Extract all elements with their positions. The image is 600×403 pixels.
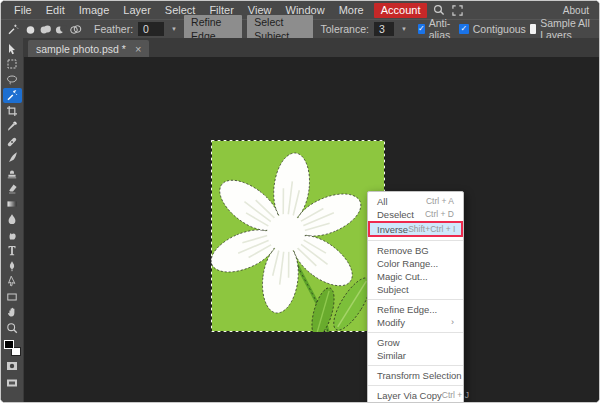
context-item-layer-via-copy[interactable]: Layer Via CopyCtrl + J <box>368 389 463 402</box>
checkbox-box-icon[interactable]: ✓ <box>418 24 425 34</box>
menu-edit[interactable]: Edit <box>39 1 72 19</box>
zoom-icon <box>6 322 18 334</box>
context-item-label: Similar <box>377 349 406 362</box>
checkbox-contiguous[interactable]: ✓Contiguous <box>459 23 526 35</box>
tool-rect-select[interactable] <box>3 57 22 72</box>
context-item-label: Subject <box>377 283 409 296</box>
submenu-arrow-icon: › <box>451 316 454 329</box>
smudge-icon <box>6 229 18 241</box>
feather-input[interactable]: 0 px <box>138 22 164 36</box>
context-item-subject[interactable]: Subject <box>368 283 463 296</box>
mode-new-selection-icon[interactable] <box>24 23 37 36</box>
context-item-label: Inverse <box>377 223 408 236</box>
tool-magic-wand[interactable] <box>3 88 22 103</box>
checkbox-box-icon[interactable]: ✓ <box>459 24 469 34</box>
clone-icon <box>6 167 18 179</box>
tool-crop[interactable] <box>3 103 22 118</box>
context-item-label: Remove BG <box>377 244 429 257</box>
context-item-similar[interactable]: Similar <box>368 349 463 362</box>
context-item-label: All <box>377 195 388 208</box>
tool-hand[interactable] <box>3 305 22 320</box>
move-icon <box>6 43 18 55</box>
context-item-all[interactable]: AllCtrl + A <box>368 195 463 208</box>
mode-subtract-icon[interactable] <box>54 23 67 36</box>
context-item-label: Color Range... <box>377 257 438 270</box>
pen-icon <box>6 260 18 272</box>
menu-separator <box>368 365 463 366</box>
context-item-remove-bg[interactable]: Remove BG <box>368 244 463 257</box>
tool-brush[interactable] <box>3 150 22 165</box>
context-item-shortcut: Ctrl + J <box>442 389 469 402</box>
context-item-transform-selection[interactable]: Transform Selection <box>368 369 463 382</box>
quick-mask-icon[interactable] <box>3 359 22 373</box>
context-item-label: Transform Selection <box>377 369 462 382</box>
tool-pen[interactable] <box>3 258 22 273</box>
tool-path-select[interactable] <box>3 274 22 289</box>
screen-mode-icon[interactable] <box>3 376 22 390</box>
menu-more[interactable]: More <box>332 1 371 19</box>
tool-type[interactable] <box>3 243 22 258</box>
feather-dropdown-icon[interactable]: ▼ <box>169 26 179 32</box>
context-item-modify[interactable]: Modify› <box>368 316 463 329</box>
context-item-label: Layer Via Copy <box>377 389 442 402</box>
context-item-inverse[interactable]: InverseShift+Ctrl + I <box>368 221 463 237</box>
document-tab[interactable]: sample photo.psd * × <box>28 40 149 57</box>
tab-title: sample photo.psd * <box>36 43 126 55</box>
tolerance-input[interactable]: 3 <box>374 22 394 36</box>
hand-icon <box>6 306 18 318</box>
tool-heal[interactable] <box>3 134 22 149</box>
menu-separator <box>368 385 463 386</box>
context-item-magic-cut[interactable]: Magic Cut... <box>368 270 463 283</box>
tab-bar: sample photo.psd * × <box>24 38 599 57</box>
tool-clone[interactable] <box>3 165 22 180</box>
menu-file[interactable]: File <box>7 1 39 19</box>
menu-account[interactable]: Account <box>374 3 428 18</box>
context-item-label: Grow <box>377 336 400 349</box>
wand-tool-icon <box>7 23 19 35</box>
context-item-shortcut: Ctrl + D <box>425 208 454 221</box>
context-item-grow[interactable]: Grow <box>368 336 463 349</box>
tool-eyedropper[interactable] <box>3 119 22 134</box>
foreground-color-swatch[interactable] <box>4 340 14 349</box>
tool-blur[interactable] <box>3 212 22 227</box>
context-item-color-range[interactable]: Color Range... <box>368 257 463 270</box>
select-context-menu: AllCtrl + ADeselectCtrl + DInverseShift+… <box>367 191 464 403</box>
canvas-image[interactable] <box>211 140 385 332</box>
rect-shape-icon <box>6 291 18 303</box>
tool-bar <box>1 38 24 403</box>
tolerance-label: Tolerance: <box>321 23 369 35</box>
magic-wand-icon <box>6 89 18 101</box>
tool-zoom[interactable] <box>3 320 22 335</box>
checkbox-box-icon[interactable] <box>530 24 536 34</box>
heal-icon <box>6 136 18 148</box>
context-item-refine-edge[interactable]: Refine Edge... <box>368 303 463 316</box>
blur-icon <box>6 213 18 225</box>
type-icon <box>6 244 18 256</box>
selection-mode-group <box>24 23 82 36</box>
mode-add-icon[interactable] <box>39 23 52 36</box>
menu-layer[interactable]: Layer <box>116 1 158 19</box>
tool-gradient[interactable] <box>3 196 22 211</box>
context-item-shortcut: Ctrl + A <box>426 195 454 208</box>
tool-move[interactable] <box>3 41 22 56</box>
context-item-label: Modify <box>377 316 405 329</box>
mode-intersect-icon[interactable] <box>69 23 82 36</box>
path-select-icon <box>6 275 18 287</box>
color-swatches[interactable] <box>4 340 21 356</box>
menu-separator <box>368 299 463 300</box>
menu-separator <box>368 332 463 333</box>
gradient-icon <box>6 198 18 210</box>
menu-image[interactable]: Image <box>72 1 117 19</box>
context-item-deselect[interactable]: DeselectCtrl + D <box>368 208 463 221</box>
context-item-shortcut: Shift+Ctrl + I <box>408 223 455 236</box>
tool-rect-shape[interactable] <box>3 289 22 304</box>
tab-close-icon[interactable]: × <box>135 44 141 54</box>
tool-lasso[interactable] <box>3 72 22 87</box>
tool-eraser[interactable] <box>3 181 22 196</box>
tolerance-dropdown-icon[interactable]: ▼ <box>399 26 409 32</box>
tool-smudge[interactable] <box>3 227 22 242</box>
feather-label: Feather: <box>94 23 133 35</box>
context-item-label: Refine Edge... <box>377 303 437 316</box>
about-link[interactable]: About <box>563 5 591 16</box>
photopea-window: FileEditImageLayerSelectFilterViewWindow… <box>0 0 600 403</box>
